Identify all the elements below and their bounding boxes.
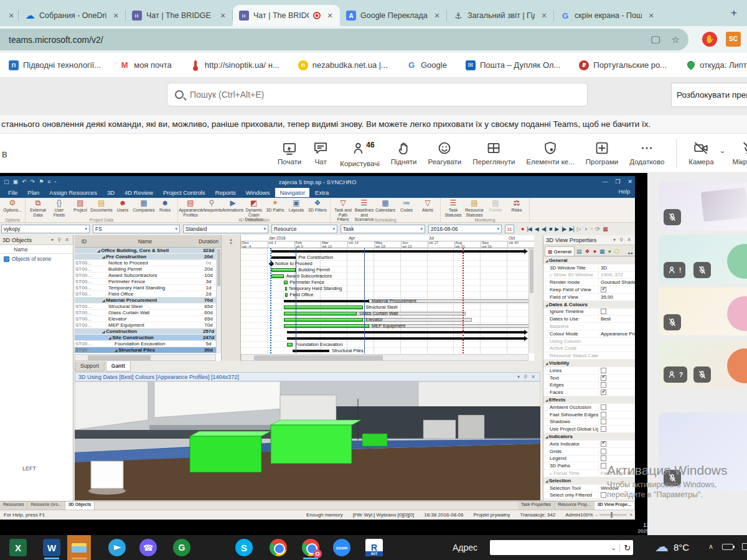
property-tab-icon[interactable]: ❖ [584, 247, 591, 256]
menu-item[interactable]: Assign Resources [45, 188, 101, 197]
tab-scroll-icons[interactable]: ◂ ▸ [627, 251, 635, 256]
quick-access-toolbar[interactable]: ▢▣↶↷⚑≡◦ [4, 179, 57, 185]
task-row[interactable]: Material Procurement 70d [75, 297, 221, 304]
view-tab[interactable]: Support [75, 362, 105, 371]
chat-button[interactable]: Чат [307, 138, 334, 168]
task-row[interactable]: ST00... Award Subcontractors 10d [75, 273, 221, 279]
word-icon[interactable]: W [40, 535, 63, 560]
ribbon-button[interactable]: ⚖Risks [506, 198, 527, 213]
tab-close-icon[interactable] [539, 11, 549, 21]
zoom-slider[interactable] [599, 514, 627, 516]
playback-icon[interactable]: |▶ [561, 226, 566, 232]
search-input[interactable] [190, 90, 580, 100]
ribbon-button[interactable]: ▤Resource Statuses [464, 198, 485, 217]
property-row[interactable]: Text [543, 375, 635, 382]
menu-item[interactable]: Reports [211, 188, 240, 197]
menu-item[interactable]: 4D Review [120, 188, 157, 197]
ribbon-button[interactable]: ⚙Options... [2, 198, 23, 213]
hidden-icons-chevron[interactable]: ∧ [708, 543, 713, 551]
menu-item[interactable]: File [4, 188, 22, 197]
splitter-strip[interactable]: ▲▼ [222, 235, 241, 361]
help-menu[interactable]: Help [618, 189, 630, 195]
task-combo[interactable]: Task [341, 225, 425, 233]
col-duration[interactable]: Duration [197, 238, 220, 245]
browser-tab[interactable]: Собрания - OneDriv [19, 5, 126, 26]
checkbox[interactable] [601, 382, 606, 388]
view3d-controls-icons[interactable]: ▾ ⚲ ✕ [517, 374, 537, 380]
refresh-icon[interactable]: ↻ [620, 543, 634, 553]
checkbox[interactable] [601, 404, 606, 410]
task-row[interactable]: ST00... Temporary Hard Standing 1d [75, 285, 221, 291]
checkbox[interactable] [601, 441, 606, 447]
menu-item[interactable]: Extra [311, 188, 333, 197]
menu-item[interactable]: Navigator [275, 188, 309, 197]
property-row[interactable]: Legend [543, 455, 635, 463]
task-row[interactable]: ST00... MEP Equipment 70d [75, 322, 221, 329]
property-row[interactable]: Ignore Timeline [543, 309, 635, 316]
browser-tab[interactable]: Загальний звіт | Гідр [447, 5, 554, 26]
participant-tile[interactable] [659, 182, 747, 230]
ribbon-button[interactable]: ≔Codes [396, 198, 417, 213]
sc-extension-icon[interactable]: SC [726, 32, 741, 47]
teams-search[interactable] [167, 83, 588, 106]
playback-icon[interactable]: ▦ [603, 226, 608, 232]
quick-access-icon[interactable]: ↶ [22, 179, 27, 185]
ribbon-button[interactable]: ▣Layouts [286, 198, 307, 213]
calendar-icon[interactable]: 31 [505, 225, 514, 233]
relationship-combo[interactable]: FS [93, 225, 180, 233]
navigation-cube[interactable] [91, 461, 123, 488]
tab-close-icon[interactable] [218, 11, 228, 21]
right-panel-tab[interactable]: 3D View Prope... [594, 502, 635, 510]
view-button[interactable]: Переглянути [467, 138, 520, 168]
property-row[interactable]: Keep Field of View [543, 286, 635, 294]
panel-controls-icons[interactable]: ▾ ⚲ ✕ [51, 237, 70, 243]
chrome-badge-icon[interactable] [299, 535, 322, 560]
telegram-icon[interactable] [105, 535, 129, 560]
property-row[interactable]: 3D Window Title 3D [543, 264, 635, 272]
property-row[interactable]: Lines [543, 367, 635, 375]
scene-objects-tree-item[interactable]: Objects of scene [0, 254, 73, 262]
checkbox[interactable] [601, 309, 606, 314]
menu-item[interactable]: Project Controls [159, 188, 210, 197]
install-app-icon[interactable]: 🖵 [651, 34, 660, 45]
ribbon-button[interactable]: ▶Animations [222, 198, 243, 213]
ribbon-button[interactable]: ⚲Viewpoints [201, 198, 222, 213]
tab-close-icon[interactable] [6, 11, 16, 21]
property-row[interactable]: Effects [543, 396, 635, 404]
react-button[interactable]: Реагувати [423, 138, 467, 168]
checkbox[interactable] [601, 455, 606, 461]
tab-close-icon[interactable] [646, 11, 656, 21]
bookmark-item[interactable]: Португальские ро... [579, 60, 667, 70]
property-row[interactable]: Indicators [543, 433, 635, 441]
property-row[interactable]: Resource Status Cate... [543, 352, 635, 360]
task-row[interactable]: ST00... Structural Steel 65d [75, 304, 221, 310]
camera-button[interactable]: Камера [683, 138, 719, 168]
browser-tab[interactable]: Чат | The BRIDGE onl [126, 5, 233, 26]
property-tab-icon[interactable]: ● [592, 247, 598, 256]
menu-item[interactable]: Plan [23, 188, 44, 197]
playback-icon[interactable]: ▷ [577, 226, 581, 232]
checkbox[interactable] [601, 368, 606, 373]
property-row[interactable]: Active Code [543, 345, 635, 353]
adblock-extension-icon[interactable]: ✋ [702, 32, 717, 47]
property-tab-icon[interactable]: ⬡ [613, 247, 621, 256]
property-row[interactable]: Show 3D Window 1404, 372 [543, 272, 635, 279]
ribbon-button[interactable]: ⧉External Data [27, 198, 49, 217]
property-row[interactable]: Using Column [543, 338, 635, 345]
property-row[interactable]: Colour Mode Appearance Profiles [543, 330, 635, 338]
table-vertical-scrollbar[interactable] [216, 248, 221, 353]
task-row[interactable]: Construction 257d [75, 329, 221, 335]
viewport-3d[interactable] [75, 381, 540, 501]
battery-icon[interactable] [722, 544, 733, 550]
tab-close-icon[interactable] [111, 11, 121, 21]
filter-combo[interactable]: vykopy [1, 225, 90, 233]
ribbon-button[interactable]: ▧Project [70, 198, 91, 213]
playback-icon[interactable]: |◀ [527, 226, 531, 232]
property-tab-icon[interactable]: ● [607, 247, 613, 256]
playback-icon[interactable]: ▶| [570, 226, 574, 232]
profile-combo[interactable]: Standard [183, 225, 268, 233]
bookmark-item[interactable]: Пошта – Дупляк Ол... [466, 60, 560, 70]
quick-access-icon[interactable]: ◦ [54, 179, 56, 185]
playback-icon[interactable]: ⟳ [596, 226, 600, 232]
quick-access-icon[interactable]: ⚑ [39, 179, 44, 185]
